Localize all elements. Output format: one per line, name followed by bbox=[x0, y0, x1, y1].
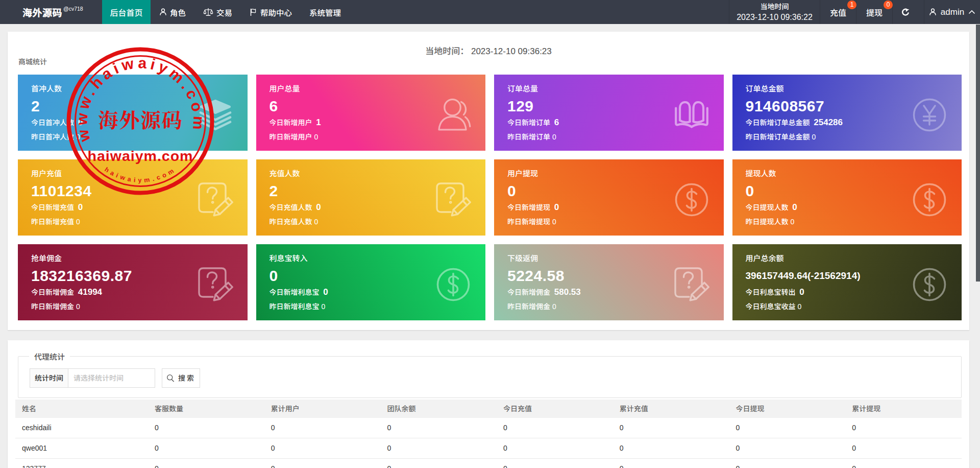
svg-text:haiwaiym.com: haiwaiym.com bbox=[88, 148, 193, 164]
svg-text:海外源码: 海外源码 bbox=[98, 104, 183, 133]
